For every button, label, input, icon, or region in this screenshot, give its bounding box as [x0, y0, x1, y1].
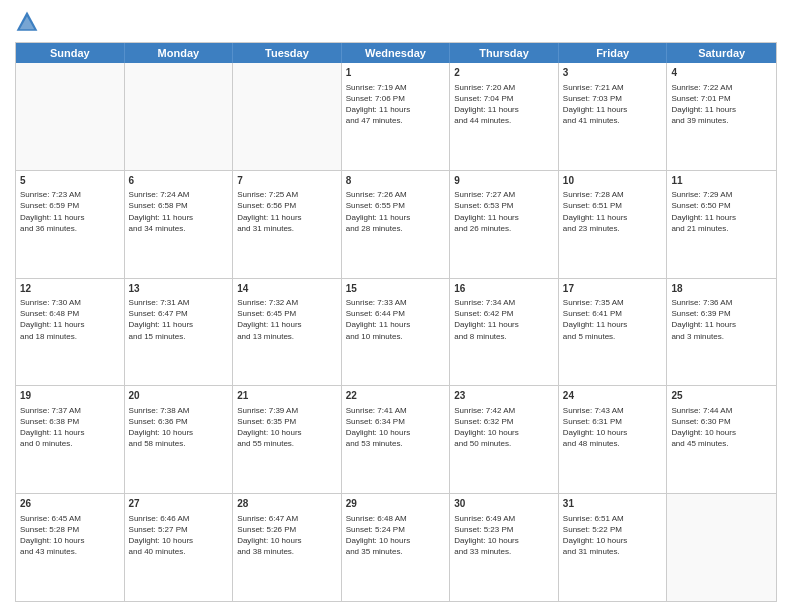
- day-number: 24: [563, 389, 663, 403]
- day-info: Sunrise: 7:33 AMSunset: 6:44 PMDaylight:…: [346, 297, 446, 342]
- day-cell-12: 12Sunrise: 7:30 AMSunset: 6:48 PMDayligh…: [16, 279, 125, 386]
- day-number: 16: [454, 282, 554, 296]
- day-info: Sunrise: 7:25 AMSunset: 6:56 PMDaylight:…: [237, 189, 337, 234]
- day-cell-28: 28Sunrise: 6:47 AMSunset: 5:26 PMDayligh…: [233, 494, 342, 601]
- day-info: Sunrise: 7:44 AMSunset: 6:30 PMDaylight:…: [671, 405, 772, 450]
- day-number: 1: [346, 66, 446, 80]
- day-cell-19: 19Sunrise: 7:37 AMSunset: 6:38 PMDayligh…: [16, 386, 125, 493]
- day-number: 10: [563, 174, 663, 188]
- day-info: Sunrise: 6:45 AMSunset: 5:28 PMDaylight:…: [20, 513, 120, 558]
- day-info: Sunrise: 7:26 AMSunset: 6:55 PMDaylight:…: [346, 189, 446, 234]
- day-number: 22: [346, 389, 446, 403]
- day-cell-26: 26Sunrise: 6:45 AMSunset: 5:28 PMDayligh…: [16, 494, 125, 601]
- day-number: 12: [20, 282, 120, 296]
- day-cell-21: 21Sunrise: 7:39 AMSunset: 6:35 PMDayligh…: [233, 386, 342, 493]
- day-number: 31: [563, 497, 663, 511]
- day-number: 11: [671, 174, 772, 188]
- empty-cell-0-0: [16, 63, 125, 170]
- day-header-thursday: Thursday: [450, 43, 559, 63]
- day-number: 9: [454, 174, 554, 188]
- day-info: Sunrise: 7:29 AMSunset: 6:50 PMDaylight:…: [671, 189, 772, 234]
- day-cell-11: 11Sunrise: 7:29 AMSunset: 6:50 PMDayligh…: [667, 171, 776, 278]
- day-info: Sunrise: 6:48 AMSunset: 5:24 PMDaylight:…: [346, 513, 446, 558]
- day-cell-20: 20Sunrise: 7:38 AMSunset: 6:36 PMDayligh…: [125, 386, 234, 493]
- day-cell-31: 31Sunrise: 6:51 AMSunset: 5:22 PMDayligh…: [559, 494, 668, 601]
- logo: [15, 10, 41, 34]
- day-cell-17: 17Sunrise: 7:35 AMSunset: 6:41 PMDayligh…: [559, 279, 668, 386]
- day-info: Sunrise: 7:35 AMSunset: 6:41 PMDaylight:…: [563, 297, 663, 342]
- day-number: 23: [454, 389, 554, 403]
- day-cell-29: 29Sunrise: 6:48 AMSunset: 5:24 PMDayligh…: [342, 494, 451, 601]
- calendar: SundayMondayTuesdayWednesdayThursdayFrid…: [15, 42, 777, 602]
- day-info: Sunrise: 7:19 AMSunset: 7:06 PMDaylight:…: [346, 82, 446, 127]
- day-number: 6: [129, 174, 229, 188]
- day-number: 5: [20, 174, 120, 188]
- day-cell-5: 5Sunrise: 7:23 AMSunset: 6:59 PMDaylight…: [16, 171, 125, 278]
- day-number: 3: [563, 66, 663, 80]
- calendar-row-3: 19Sunrise: 7:37 AMSunset: 6:38 PMDayligh…: [16, 385, 776, 493]
- day-cell-27: 27Sunrise: 6:46 AMSunset: 5:27 PMDayligh…: [125, 494, 234, 601]
- day-cell-23: 23Sunrise: 7:42 AMSunset: 6:32 PMDayligh…: [450, 386, 559, 493]
- day-info: Sunrise: 6:46 AMSunset: 5:27 PMDaylight:…: [129, 513, 229, 558]
- day-number: 27: [129, 497, 229, 511]
- empty-cell-4-6: [667, 494, 776, 601]
- day-info: Sunrise: 6:51 AMSunset: 5:22 PMDaylight:…: [563, 513, 663, 558]
- day-number: 18: [671, 282, 772, 296]
- day-number: 4: [671, 66, 772, 80]
- day-header-sunday: Sunday: [16, 43, 125, 63]
- day-info: Sunrise: 7:42 AMSunset: 6:32 PMDaylight:…: [454, 405, 554, 450]
- day-cell-13: 13Sunrise: 7:31 AMSunset: 6:47 PMDayligh…: [125, 279, 234, 386]
- day-number: 14: [237, 282, 337, 296]
- day-header-monday: Monday: [125, 43, 234, 63]
- empty-cell-0-2: [233, 63, 342, 170]
- day-number: 21: [237, 389, 337, 403]
- day-cell-1: 1Sunrise: 7:19 AMSunset: 7:06 PMDaylight…: [342, 63, 451, 170]
- day-cell-25: 25Sunrise: 7:44 AMSunset: 6:30 PMDayligh…: [667, 386, 776, 493]
- day-info: Sunrise: 6:47 AMSunset: 5:26 PMDaylight:…: [237, 513, 337, 558]
- day-number: 15: [346, 282, 446, 296]
- day-info: Sunrise: 7:39 AMSunset: 6:35 PMDaylight:…: [237, 405, 337, 450]
- day-cell-16: 16Sunrise: 7:34 AMSunset: 6:42 PMDayligh…: [450, 279, 559, 386]
- day-number: 25: [671, 389, 772, 403]
- day-number: 28: [237, 497, 337, 511]
- day-info: Sunrise: 7:23 AMSunset: 6:59 PMDaylight:…: [20, 189, 120, 234]
- day-info: Sunrise: 7:31 AMSunset: 6:47 PMDaylight:…: [129, 297, 229, 342]
- day-info: Sunrise: 7:43 AMSunset: 6:31 PMDaylight:…: [563, 405, 663, 450]
- day-info: Sunrise: 7:30 AMSunset: 6:48 PMDaylight:…: [20, 297, 120, 342]
- day-info: Sunrise: 7:27 AMSunset: 6:53 PMDaylight:…: [454, 189, 554, 234]
- day-info: Sunrise: 7:22 AMSunset: 7:01 PMDaylight:…: [671, 82, 772, 127]
- day-info: Sunrise: 7:21 AMSunset: 7:03 PMDaylight:…: [563, 82, 663, 127]
- header: [15, 10, 777, 34]
- day-cell-4: 4Sunrise: 7:22 AMSunset: 7:01 PMDaylight…: [667, 63, 776, 170]
- day-cell-30: 30Sunrise: 6:49 AMSunset: 5:23 PMDayligh…: [450, 494, 559, 601]
- day-info: Sunrise: 7:37 AMSunset: 6:38 PMDaylight:…: [20, 405, 120, 450]
- day-info: Sunrise: 7:28 AMSunset: 6:51 PMDaylight:…: [563, 189, 663, 234]
- day-number: 30: [454, 497, 554, 511]
- calendar-row-0: 1Sunrise: 7:19 AMSunset: 7:06 PMDaylight…: [16, 63, 776, 170]
- day-info: Sunrise: 7:38 AMSunset: 6:36 PMDaylight:…: [129, 405, 229, 450]
- day-cell-6: 6Sunrise: 7:24 AMSunset: 6:58 PMDaylight…: [125, 171, 234, 278]
- day-info: Sunrise: 7:32 AMSunset: 6:45 PMDaylight:…: [237, 297, 337, 342]
- day-info: Sunrise: 6:49 AMSunset: 5:23 PMDaylight:…: [454, 513, 554, 558]
- day-cell-15: 15Sunrise: 7:33 AMSunset: 6:44 PMDayligh…: [342, 279, 451, 386]
- day-cell-9: 9Sunrise: 7:27 AMSunset: 6:53 PMDaylight…: [450, 171, 559, 278]
- day-cell-22: 22Sunrise: 7:41 AMSunset: 6:34 PMDayligh…: [342, 386, 451, 493]
- day-info: Sunrise: 7:24 AMSunset: 6:58 PMDaylight:…: [129, 189, 229, 234]
- day-info: Sunrise: 7:34 AMSunset: 6:42 PMDaylight:…: [454, 297, 554, 342]
- day-info: Sunrise: 7:20 AMSunset: 7:04 PMDaylight:…: [454, 82, 554, 127]
- day-cell-8: 8Sunrise: 7:26 AMSunset: 6:55 PMDaylight…: [342, 171, 451, 278]
- calendar-header: SundayMondayTuesdayWednesdayThursdayFrid…: [16, 43, 776, 63]
- day-info: Sunrise: 7:36 AMSunset: 6:39 PMDaylight:…: [671, 297, 772, 342]
- day-header-saturday: Saturday: [667, 43, 776, 63]
- day-cell-10: 10Sunrise: 7:28 AMSunset: 6:51 PMDayligh…: [559, 171, 668, 278]
- day-number: 2: [454, 66, 554, 80]
- day-header-tuesday: Tuesday: [233, 43, 342, 63]
- day-number: 8: [346, 174, 446, 188]
- day-info: Sunrise: 7:41 AMSunset: 6:34 PMDaylight:…: [346, 405, 446, 450]
- day-number: 29: [346, 497, 446, 511]
- day-number: 26: [20, 497, 120, 511]
- page: SundayMondayTuesdayWednesdayThursdayFrid…: [0, 0, 792, 612]
- day-number: 7: [237, 174, 337, 188]
- day-cell-2: 2Sunrise: 7:20 AMSunset: 7:04 PMDaylight…: [450, 63, 559, 170]
- day-cell-3: 3Sunrise: 7:21 AMSunset: 7:03 PMDaylight…: [559, 63, 668, 170]
